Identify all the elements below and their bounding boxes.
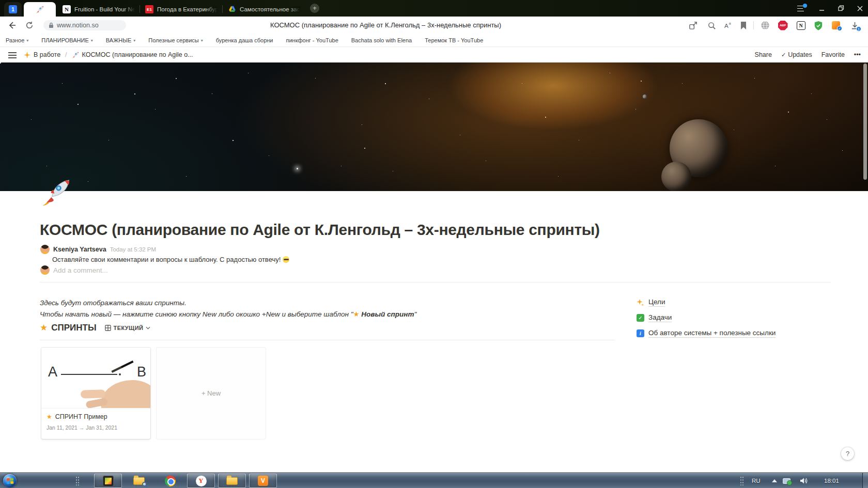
add-comment-input[interactable]: Add a comment... xyxy=(40,265,108,275)
page-rocket-icon[interactable] xyxy=(42,177,71,206)
chevron-down-icon xyxy=(146,326,150,329)
gallery-grid-icon xyxy=(105,325,111,331)
taskbar-clock[interactable]: 18:01 xyxy=(824,478,839,484)
chevron-down-icon: ▾ xyxy=(133,38,135,43)
share-button[interactable] xyxy=(687,20,699,31)
avatar[interactable] xyxy=(40,245,50,254)
folder-icon xyxy=(226,477,238,485)
show-hidden-icons-button[interactable] xyxy=(772,479,777,482)
taskbar-chrome[interactable] xyxy=(156,474,184,488)
v-app-icon: V xyxy=(258,476,268,486)
tab-separator xyxy=(140,5,140,13)
notion-n-icon: N xyxy=(797,21,805,30)
taskbar-file-search[interactable] xyxy=(125,474,153,488)
browser-toolbar: www.notion.so КОСМОС (планирование по Ag… xyxy=(0,17,868,34)
view-selector[interactable]: ТЕКУЩИЙ xyxy=(105,325,151,331)
sprint-card[interactable]: A B ★ СПРИНТ Пример Jan 11, 2021 → Jan 3… xyxy=(41,348,150,439)
bookmark-burenka[interactable]: буренка даша сборни xyxy=(216,37,273,43)
downloads-button[interactable]: 3 xyxy=(849,20,860,31)
bookmark-page-button[interactable] xyxy=(738,20,749,31)
moon xyxy=(661,162,691,191)
link-about-author[interactable]: i Об авторе системы + полезные ссылки xyxy=(637,328,776,338)
notion-topbar: В работе / КОСМОС (планирование по Agile… xyxy=(0,46,868,62)
comment-text[interactable]: Оставляйте свои комментарии и вопросы к … xyxy=(52,256,289,263)
link-goals[interactable]: Цели xyxy=(637,297,776,307)
sprints-heading[interactable]: СПРИНТЫ xyxy=(51,323,96,333)
notion-sidebar-toggle[interactable] xyxy=(8,52,17,58)
side-links: Цели ✓ Задачи i Об авторе системы + поле… xyxy=(637,297,776,344)
intro-text-line2[interactable]: Чтобы начать новый — нажмите синюю кнопк… xyxy=(40,310,416,318)
window-restore-button[interactable] xyxy=(832,0,850,17)
taskbar-wps-app[interactable]: V xyxy=(249,474,277,488)
translate-button[interactable]: Aя xyxy=(722,20,734,31)
divider xyxy=(40,282,831,282)
svg-text:я: я xyxy=(729,22,731,26)
more-options-button[interactable]: ••• xyxy=(854,51,861,58)
bookmark-folder-raznoe[interactable]: Разное▾ xyxy=(6,37,28,43)
tab-separator xyxy=(222,5,223,13)
bookmark-teremok[interactable]: Теремок ТВ - YouTube xyxy=(425,37,483,43)
tab-fruition[interactable]: N Fruition - Build Your Next W xyxy=(58,2,140,17)
breadcrumb-section[interactable]: В работе xyxy=(34,51,60,58)
hamburger-menu-icon xyxy=(797,6,805,11)
network-tray-icon[interactable] xyxy=(783,478,791,484)
breadcrumb-page[interactable]: КОСМОС (планирование по Agile о... xyxy=(82,51,193,58)
zoom-find-button[interactable] xyxy=(706,20,717,31)
adblock-extension-button[interactable]: ABP xyxy=(777,20,788,31)
tab-active-kosmos[interactable] xyxy=(24,2,56,17)
link-tasks[interactable]: ✓ Задачи xyxy=(637,313,776,323)
antivirus-extension-button[interactable] xyxy=(813,20,824,31)
tab-title: Самостоятельное засыпан xyxy=(240,6,300,12)
updates-button[interactable]: ✓Updates xyxy=(781,51,812,58)
tab-drive-doc[interactable]: Самостоятельное засыпан xyxy=(223,2,305,17)
rocket-icon xyxy=(72,51,79,58)
notion-help-button[interactable]: ? xyxy=(841,447,854,460)
add-comment-placeholder: Add a comment... xyxy=(53,266,108,274)
tab-pinned-1[interactable]: 1 xyxy=(4,2,22,17)
bookmark-folder-servisy[interactable]: Полезные сервисы▾ xyxy=(148,37,203,43)
close-icon xyxy=(857,6,863,11)
image-viewer-icon xyxy=(103,476,114,486)
extension-with-check-button[interactable]: ✓ xyxy=(830,20,842,31)
taskbar-image-viewer[interactable] xyxy=(94,474,122,488)
refresh-button[interactable] xyxy=(24,20,35,31)
magnifier-icon xyxy=(142,482,147,486)
new-sprint-card-button[interactable]: + New xyxy=(157,348,266,439)
show-desktop-button[interactable] xyxy=(862,473,868,488)
star-icon: ★ xyxy=(353,310,359,318)
window-minimize-button[interactable] xyxy=(812,0,831,17)
notion-extension-button[interactable]: N xyxy=(795,20,807,31)
taskbar-grip xyxy=(75,476,79,485)
new-tab-button[interactable]: + xyxy=(310,4,319,13)
volume-tray-icon[interactable] xyxy=(800,477,808,484)
folder-search-icon xyxy=(133,477,145,485)
back-button[interactable] xyxy=(6,20,18,31)
start-button[interactable] xyxy=(3,474,17,487)
bookmark-bachata[interactable]: Bachata solo with Elena xyxy=(351,37,412,43)
address-url-pill[interactable]: www.notion.so xyxy=(43,20,126,30)
page-scrollbar-thumb[interactable] xyxy=(863,64,867,180)
page-cover-space-image xyxy=(0,62,868,191)
language-indicator[interactable]: RU xyxy=(752,478,761,484)
bookmark-pinkfong[interactable]: пинкфонг - YouTube xyxy=(286,37,338,43)
tray-grip xyxy=(740,476,743,485)
taskbar-explorer[interactable] xyxy=(218,474,246,488)
comment-author: Kseniya Yartseva xyxy=(53,246,106,253)
bookmark-folder-vazhnye[interactable]: ВАЖНЫЕ▾ xyxy=(106,37,136,43)
taskbar-yandex-browser[interactable]: Y xyxy=(187,474,215,488)
bookmark-flag-icon xyxy=(740,21,747,30)
share-button[interactable]: Share xyxy=(755,51,772,58)
site-extension-globe[interactable] xyxy=(760,20,771,31)
lock-icon xyxy=(49,22,54,28)
tab-weather-e1[interactable]: E1 Погода в Екатеринбурге н xyxy=(141,2,222,17)
google-drive-icon xyxy=(228,5,236,13)
comment-header: Kseniya Yartseva Today at 5:32 PM xyxy=(40,245,156,254)
browser-menu-button[interactable] xyxy=(792,0,810,17)
intro-text-line1[interactable]: Здесь будут отображаться ваши спринты. xyxy=(40,299,187,307)
page-title[interactable]: КОСМОС (планирование по Agile от К.Ленго… xyxy=(40,221,600,239)
sprint-card-title: СПРИНТ Пример xyxy=(55,413,107,420)
letter-b: B xyxy=(137,364,146,380)
bookmark-folder-planirovanie[interactable]: ПЛАНИРОВАНИЕ▾ xyxy=(41,37,92,43)
window-close-button[interactable] xyxy=(850,0,868,17)
favorite-button[interactable]: Favorite xyxy=(822,51,845,58)
